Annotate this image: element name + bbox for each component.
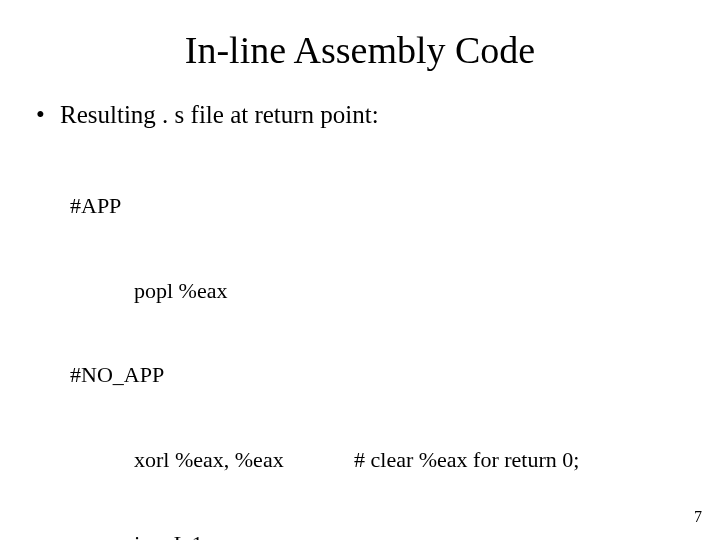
code-line: #APP — [70, 192, 720, 220]
bullet-item: • Resulting . s file at return point: — [0, 100, 720, 130]
code-line: popl %eax — [70, 277, 720, 305]
assembly-code-block: #APP popl %eax #NO_APP xorl %eax, %eax# … — [0, 130, 720, 540]
code-label: #APP — [70, 192, 134, 220]
code-instr: jmp L 1 — [134, 530, 354, 540]
code-comment: # clear %eax for return 0; — [354, 446, 579, 474]
code-label: #NO_APP — [70, 361, 134, 389]
bullet-dot: • — [36, 100, 60, 130]
code-line: jmp L 1 — [70, 530, 720, 540]
code-label — [70, 446, 134, 474]
page-number: 7 — [694, 508, 702, 526]
code-line: #NO_APP — [70, 361, 720, 389]
code-line: xorl %eax, %eax# clear %eax for return 0… — [70, 446, 720, 474]
bullet-text: Resulting . s file at return point: — [60, 100, 379, 130]
code-instr — [134, 361, 354, 389]
code-label — [70, 530, 134, 540]
code-instr: popl %eax — [134, 277, 354, 305]
slide: In-line Assembly Code • Resulting . s fi… — [0, 0, 720, 540]
code-instr: xorl %eax, %eax — [134, 446, 354, 474]
code-instr — [134, 192, 354, 220]
code-label — [70, 277, 134, 305]
slide-title: In-line Assembly Code — [0, 0, 720, 90]
